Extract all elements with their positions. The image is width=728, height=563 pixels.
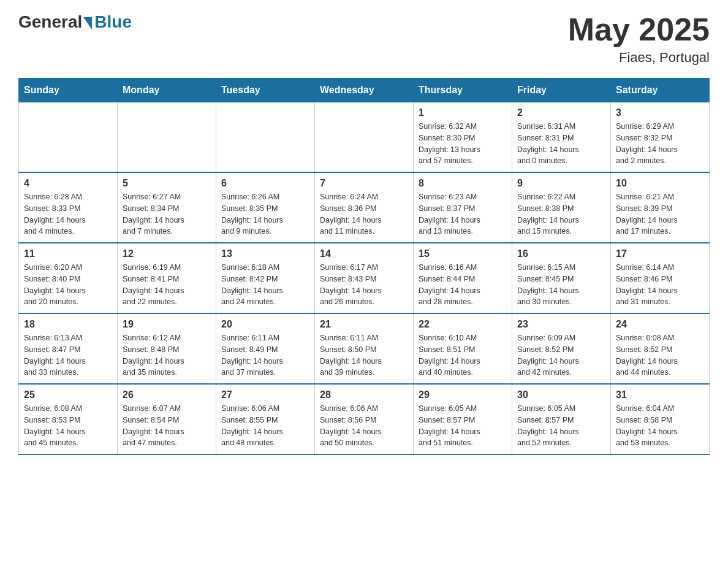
calendar-cell: 17Sunrise: 6:14 AMSunset: 8:46 PMDayligh… — [611, 243, 710, 313]
weekday-header-tuesday: Tuesday — [216, 79, 315, 102]
day-number: 30 — [517, 389, 605, 400]
calendar-cell: 3Sunrise: 6:29 AMSunset: 8:32 PMDaylight… — [611, 102, 710, 173]
day-info: Sunrise: 6:21 AMSunset: 8:39 PMDaylight:… — [616, 191, 704, 237]
day-info: Sunrise: 6:19 AMSunset: 8:41 PMDaylight:… — [123, 262, 211, 308]
calendar-cell: 11Sunrise: 6:20 AMSunset: 8:40 PMDayligh… — [19, 243, 118, 313]
day-info: Sunrise: 6:15 AMSunset: 8:45 PMDaylight:… — [517, 262, 605, 308]
day-number: 22 — [419, 319, 507, 330]
calendar-cell: 19Sunrise: 6:12 AMSunset: 8:48 PMDayligh… — [118, 313, 216, 384]
day-info: Sunrise: 6:06 AMSunset: 8:56 PMDaylight:… — [320, 403, 408, 449]
logo-general-text: General — [18, 12, 82, 32]
calendar-cell: 13Sunrise: 6:18 AMSunset: 8:42 PMDayligh… — [216, 243, 315, 313]
calendar-cell — [19, 102, 118, 173]
day-number: 18 — [24, 319, 112, 330]
calendar-cell — [216, 102, 315, 173]
day-info: Sunrise: 6:04 AMSunset: 8:58 PMDaylight:… — [616, 403, 704, 449]
day-info: Sunrise: 6:22 AMSunset: 8:38 PMDaylight:… — [517, 191, 605, 237]
day-number: 28 — [320, 389, 408, 400]
day-info: Sunrise: 6:14 AMSunset: 8:46 PMDaylight:… — [616, 262, 704, 308]
calendar-cell: 12Sunrise: 6:19 AMSunset: 8:41 PMDayligh… — [118, 243, 216, 313]
location-label: Fiaes, Portugal — [568, 50, 710, 66]
day-number: 1 — [419, 107, 507, 118]
day-info: Sunrise: 6:16 AMSunset: 8:44 PMDaylight:… — [419, 262, 507, 308]
weekday-header-thursday: Thursday — [414, 79, 512, 102]
calendar-cell: 1Sunrise: 6:32 AMSunset: 8:30 PMDaylight… — [414, 102, 512, 173]
day-info: Sunrise: 6:12 AMSunset: 8:48 PMDaylight:… — [123, 332, 211, 378]
day-number: 21 — [320, 319, 408, 330]
calendar-cell: 10Sunrise: 6:21 AMSunset: 8:39 PMDayligh… — [611, 172, 710, 243]
calendar-cell: 15Sunrise: 6:16 AMSunset: 8:44 PMDayligh… — [414, 243, 512, 313]
day-number: 17 — [616, 248, 704, 259]
day-number: 26 — [123, 389, 211, 400]
calendar-table: SundayMondayTuesdayWednesdayThursdayFrid… — [18, 78, 710, 455]
day-number: 29 — [419, 389, 507, 400]
calendar-cell: 27Sunrise: 6:06 AMSunset: 8:55 PMDayligh… — [216, 384, 315, 454]
weekday-header-sunday: Sunday — [19, 79, 118, 102]
day-number: 19 — [123, 319, 211, 330]
day-number: 14 — [320, 248, 408, 259]
day-info: Sunrise: 6:10 AMSunset: 8:51 PMDaylight:… — [419, 332, 507, 378]
logo-blue-text: Blue — [94, 12, 132, 32]
calendar-cell: 31Sunrise: 6:04 AMSunset: 8:58 PMDayligh… — [611, 384, 710, 454]
calendar-cell: 6Sunrise: 6:26 AMSunset: 8:35 PMDaylight… — [216, 172, 315, 243]
calendar-cell: 22Sunrise: 6:10 AMSunset: 8:51 PMDayligh… — [414, 313, 512, 384]
day-number: 8 — [419, 178, 507, 189]
day-number: 6 — [221, 178, 309, 189]
day-number: 4 — [24, 178, 112, 189]
calendar-cell: 20Sunrise: 6:11 AMSunset: 8:49 PMDayligh… — [216, 313, 315, 384]
weekday-header-saturday: Saturday — [611, 79, 710, 102]
calendar-cell: 16Sunrise: 6:15 AMSunset: 8:45 PMDayligh… — [512, 243, 611, 313]
calendar-cell: 26Sunrise: 6:07 AMSunset: 8:54 PMDayligh… — [118, 384, 216, 454]
day-info: Sunrise: 6:31 AMSunset: 8:31 PMDaylight:… — [517, 121, 605, 167]
day-info: Sunrise: 6:23 AMSunset: 8:37 PMDaylight:… — [419, 191, 507, 237]
day-info: Sunrise: 6:18 AMSunset: 8:42 PMDaylight:… — [221, 262, 309, 308]
calendar-cell: 25Sunrise: 6:08 AMSunset: 8:53 PMDayligh… — [19, 384, 118, 454]
calendar-cell — [118, 102, 216, 173]
day-info: Sunrise: 6:28 AMSunset: 8:33 PMDaylight:… — [24, 191, 112, 237]
calendar-cell: 28Sunrise: 6:06 AMSunset: 8:56 PMDayligh… — [315, 384, 414, 454]
day-number: 9 — [517, 178, 605, 189]
day-number: 27 — [221, 389, 309, 400]
day-info: Sunrise: 6:20 AMSunset: 8:40 PMDaylight:… — [24, 262, 112, 308]
logo: General Blue — [18, 12, 132, 32]
day-number: 3 — [616, 107, 704, 118]
day-number: 15 — [419, 248, 507, 259]
day-info: Sunrise: 6:29 AMSunset: 8:32 PMDaylight:… — [616, 121, 704, 167]
day-info: Sunrise: 6:27 AMSunset: 8:34 PMDaylight:… — [123, 191, 211, 237]
calendar-header-row: SundayMondayTuesdayWednesdayThursdayFrid… — [19, 79, 710, 102]
month-title: May 2025 — [568, 12, 710, 47]
calendar-week-row: 1Sunrise: 6:32 AMSunset: 8:30 PMDaylight… — [19, 102, 710, 173]
day-number: 11 — [24, 248, 112, 259]
day-info: Sunrise: 6:08 AMSunset: 8:53 PMDaylight:… — [24, 403, 112, 449]
day-info: Sunrise: 6:06 AMSunset: 8:55 PMDaylight:… — [221, 403, 309, 449]
day-number: 12 — [123, 248, 211, 259]
day-info: Sunrise: 6:24 AMSunset: 8:36 PMDaylight:… — [320, 191, 408, 237]
day-number: 2 — [517, 107, 605, 118]
day-info: Sunrise: 6:09 AMSunset: 8:52 PMDaylight:… — [517, 332, 605, 378]
weekday-header-friday: Friday — [512, 79, 611, 102]
day-info: Sunrise: 6:05 AMSunset: 8:57 PMDaylight:… — [517, 403, 605, 449]
calendar-week-row: 11Sunrise: 6:20 AMSunset: 8:40 PMDayligh… — [19, 243, 710, 313]
calendar-cell: 9Sunrise: 6:22 AMSunset: 8:38 PMDaylight… — [512, 172, 611, 243]
day-number: 10 — [616, 178, 704, 189]
day-info: Sunrise: 6:05 AMSunset: 8:57 PMDaylight:… — [419, 403, 507, 449]
calendar-cell: 30Sunrise: 6:05 AMSunset: 8:57 PMDayligh… — [512, 384, 611, 454]
day-number: 31 — [616, 389, 704, 400]
calendar-week-row: 18Sunrise: 6:13 AMSunset: 8:47 PMDayligh… — [19, 313, 710, 384]
day-info: Sunrise: 6:26 AMSunset: 8:35 PMDaylight:… — [221, 191, 309, 237]
day-number: 5 — [123, 178, 211, 189]
day-info: Sunrise: 6:17 AMSunset: 8:43 PMDaylight:… — [320, 262, 408, 308]
weekday-header-wednesday: Wednesday — [315, 79, 414, 102]
calendar-cell: 14Sunrise: 6:17 AMSunset: 8:43 PMDayligh… — [315, 243, 414, 313]
day-number: 13 — [221, 248, 309, 259]
calendar-cell: 2Sunrise: 6:31 AMSunset: 8:31 PMDaylight… — [512, 102, 611, 173]
day-info: Sunrise: 6:11 AMSunset: 8:49 PMDaylight:… — [221, 332, 309, 378]
calendar-cell — [315, 102, 414, 173]
day-number: 7 — [320, 178, 408, 189]
day-number: 24 — [616, 319, 704, 330]
day-number: 25 — [24, 389, 112, 400]
day-number: 16 — [517, 248, 605, 259]
weekday-header-monday: Monday — [118, 79, 216, 102]
calendar-cell: 5Sunrise: 6:27 AMSunset: 8:34 PMDaylight… — [118, 172, 216, 243]
logo-triangle-icon — [83, 17, 92, 29]
